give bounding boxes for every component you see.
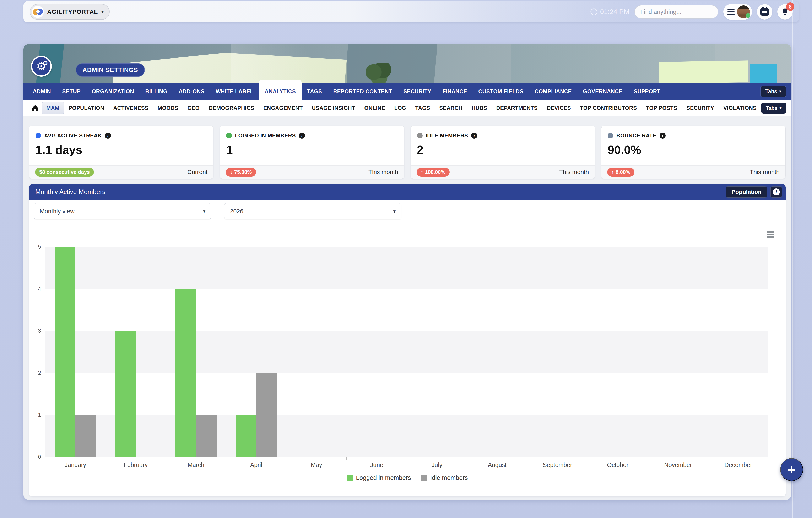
subnav-list: MAMPOPULATIONACTIVENESSMOODSGEODEMOGRAPH… bbox=[42, 102, 761, 114]
chart-filters: Monthly view ▾ 2026 ▾ bbox=[29, 203, 786, 219]
subnav-item-tags[interactable]: TAGS bbox=[411, 105, 435, 111]
legend-item-idle-members[interactable]: Idle members bbox=[421, 474, 468, 481]
nav-item-white-label[interactable]: WHITE LABEL bbox=[210, 83, 259, 100]
y-axis-tick-label: 3 bbox=[29, 328, 41, 334]
stat-card-header: AVG ACTIVE STREAKi bbox=[35, 132, 207, 139]
legend-label: Idle members bbox=[430, 474, 468, 481]
view-select[interactable]: Monthly view ▾ bbox=[34, 203, 211, 219]
x-axis-label-august: August bbox=[467, 457, 527, 468]
stat-period-label: Current bbox=[187, 169, 208, 176]
subnav-item-online[interactable]: ONLINE bbox=[360, 105, 389, 111]
nav-item-compliance[interactable]: COMPLIANCE bbox=[529, 83, 577, 100]
x-axis-label-may: May bbox=[286, 457, 347, 468]
nav-item-support[interactable]: SUPPORT bbox=[628, 83, 666, 100]
stat-card-header: BOUNCE RATEi bbox=[608, 132, 779, 139]
month-slot-august bbox=[467, 247, 527, 457]
subnav-item-devices[interactable]: DEVICES bbox=[542, 105, 576, 111]
subnav-item-top-contributors[interactable]: TOP CONTRIBUTORS bbox=[576, 105, 641, 111]
monthly-active-members-panel: Monthly Active Members Population i Mont… bbox=[29, 184, 786, 496]
x-axis-label-february: February bbox=[106, 457, 166, 468]
x-axis-label-june: June bbox=[347, 457, 407, 468]
admin-gear-badge: ⚙ ⚙ bbox=[31, 56, 52, 77]
subnav-tabs-dropdown-button[interactable]: Tabs ▾ bbox=[761, 102, 786, 114]
legend-label: Logged in members bbox=[356, 474, 411, 481]
subnav-item-moods[interactable]: MOODS bbox=[153, 105, 183, 111]
arrow-up-icon: ↑ bbox=[611, 169, 614, 175]
subnav-item-security[interactable]: SECURITY bbox=[682, 105, 719, 111]
nav-item-security[interactable]: SECURITY bbox=[398, 83, 437, 100]
clock-display: 01:24 PM bbox=[590, 8, 630, 16]
chart-legend: Logged in membersIdle members bbox=[29, 474, 786, 481]
month-slot-february bbox=[106, 247, 166, 457]
info-icon[interactable]: i bbox=[471, 132, 477, 139]
primary-nav: ADMINSETUPORGANIZATIONBILLINGADD-ONSWHIT… bbox=[24, 83, 791, 100]
apps-launcher-button[interactable] bbox=[757, 4, 772, 20]
subnav-item-population[interactable]: POPULATION bbox=[64, 105, 109, 111]
primary-nav-list: ADMINSETUPORGANIZATIONBILLINGADD-ONSWHIT… bbox=[27, 83, 666, 100]
stat-value: 2 bbox=[417, 143, 588, 157]
info-icon[interactable]: i bbox=[660, 132, 666, 139]
search-input[interactable] bbox=[635, 8, 718, 16]
stats-row: AVG ACTIVE STREAKi1.1 days58 consecutive… bbox=[29, 126, 786, 179]
subnav-item-hubs[interactable]: HUBS bbox=[467, 105, 492, 111]
subnav-item-departments[interactable]: DEPARTMENTS bbox=[492, 105, 542, 111]
nav-item-add-ons[interactable]: ADD-ONS bbox=[173, 83, 210, 100]
subnav-item-top-posts[interactable]: TOP POSTS bbox=[641, 105, 682, 111]
month-slot-december bbox=[708, 247, 768, 457]
agilityportal-logo-icon bbox=[32, 6, 44, 18]
plus-icon: + bbox=[788, 462, 796, 478]
stat-trend-badge: ↓75.00% bbox=[226, 168, 256, 177]
chart-context-menu-icon[interactable] bbox=[767, 232, 774, 238]
subnav-item-demographics[interactable]: DEMOGRAPHICS bbox=[204, 105, 259, 111]
stat-card-body: IDLE MEMBERSi2 bbox=[411, 126, 595, 165]
clock-icon bbox=[590, 8, 598, 16]
subnav-item-search[interactable]: SEARCH bbox=[435, 105, 467, 111]
subnav-item-log[interactable]: LOG bbox=[389, 105, 411, 111]
nav-item-custom-fields[interactable]: CUSTOM FIELDS bbox=[473, 83, 529, 100]
user-menu-button[interactable] bbox=[723, 4, 752, 20]
nav-item-reported-content[interactable]: REPORTED CONTENT bbox=[327, 83, 398, 100]
nav-tabs-dropdown-button[interactable]: Tabs ▾ bbox=[761, 86, 786, 97]
stat-card-logged-in-members: LOGGED IN MEMBERSi1↓75.00%This month bbox=[220, 126, 404, 179]
nav-item-setup[interactable]: SETUP bbox=[57, 83, 86, 100]
chart-info-button[interactable]: i bbox=[770, 186, 782, 197]
online-status-dot bbox=[746, 13, 750, 18]
nav-item-finance[interactable]: FINANCE bbox=[437, 83, 473, 100]
gear-small-icon: ⚙ bbox=[42, 60, 48, 66]
notifications-button[interactable]: 8 bbox=[777, 4, 793, 20]
bar-march-logged-in-members bbox=[175, 289, 196, 457]
nav-item-governance[interactable]: GOVERNANCE bbox=[577, 83, 628, 100]
month-slot-july bbox=[407, 247, 467, 457]
current-time: 01:24 PM bbox=[600, 8, 630, 16]
month-slot-march bbox=[166, 247, 226, 457]
nav-item-admin[interactable]: ADMIN bbox=[27, 83, 57, 100]
stat-value: 1.1 days bbox=[35, 143, 207, 157]
subnav-item-geo[interactable]: GEO bbox=[183, 105, 204, 111]
x-axis-label-november: November bbox=[648, 457, 708, 468]
legend-item-logged-in-members[interactable]: Logged in members bbox=[347, 474, 411, 481]
chart-panel-body: Monthly view ▾ 2026 ▾ 012345 JanuaryFebr… bbox=[29, 200, 786, 496]
nav-item-billing[interactable]: BILLING bbox=[140, 83, 173, 100]
brand-menu-button[interactable]: AGILITYPORTAL ▾ bbox=[30, 4, 110, 20]
add-button[interactable]: + bbox=[780, 458, 803, 481]
stat-color-dot bbox=[608, 133, 613, 139]
subnav-item-activeness[interactable]: ACTIVENESS bbox=[109, 105, 153, 111]
stat-color-dot bbox=[226, 133, 232, 139]
subnav-item-mam[interactable]: MAM bbox=[42, 102, 64, 114]
legend-swatch bbox=[421, 475, 427, 481]
info-icon[interactable]: i bbox=[299, 132, 305, 139]
info-icon[interactable]: i bbox=[105, 132, 111, 139]
population-button[interactable]: Population bbox=[726, 186, 767, 197]
subnav-item-violations[interactable]: VIOLATIONS bbox=[719, 105, 761, 111]
bar-april-idle-members bbox=[256, 373, 277, 457]
home-button[interactable] bbox=[28, 104, 42, 112]
year-select[interactable]: 2026 ▾ bbox=[224, 203, 401, 219]
subnav-item-usage-insight[interactable]: USAGE INSIGHT bbox=[307, 105, 360, 111]
nav-item-organization[interactable]: ORGANIZATION bbox=[86, 83, 140, 100]
stat-period-label: This month bbox=[750, 169, 780, 176]
nav-item-tags[interactable]: TAGS bbox=[301, 83, 328, 100]
subnav-item-engagement[interactable]: ENGAGEMENT bbox=[259, 105, 307, 111]
x-axis: JanuaryFebruaryMarchAprilMayJuneJulyAugu… bbox=[45, 457, 768, 468]
stat-card-body: LOGGED IN MEMBERSi1 bbox=[220, 126, 404, 165]
nav-item-analytics[interactable]: ANALYTICS bbox=[259, 80, 301, 100]
